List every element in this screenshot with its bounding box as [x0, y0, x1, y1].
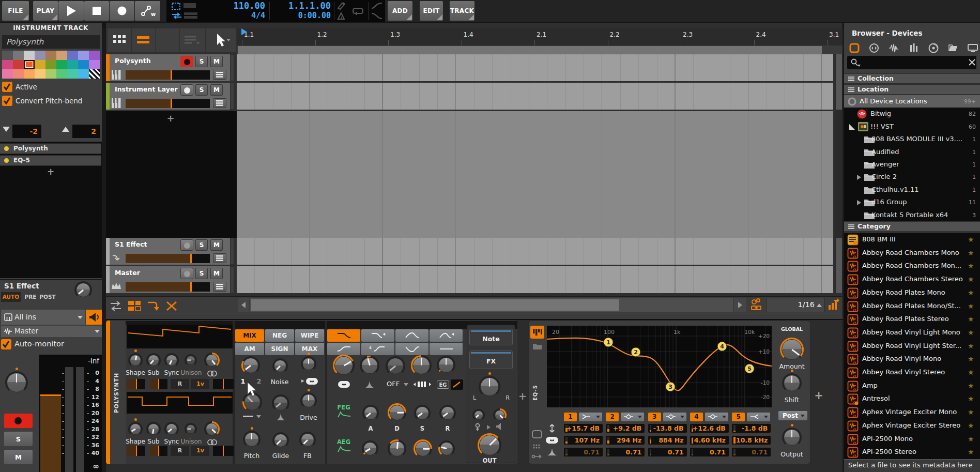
- active-checkbox[interactable]: [2, 82, 12, 92]
- palette-color-21[interactable]: [35, 69, 45, 79]
- arranger-row-0[interactable]: [237, 54, 833, 81]
- bend-up-arrow[interactable]: [62, 127, 69, 132]
- palette-color-12[interactable]: [35, 60, 45, 69]
- palette-color-16[interactable]: [78, 60, 89, 69]
- add-button[interactable]: ADD: [388, 1, 412, 21]
- pre-tab[interactable]: PRE: [23, 292, 38, 302]
- eq-band-1-q[interactable]: 0.71: [564, 448, 603, 456]
- mod-slash-button[interactable]: [451, 379, 463, 390]
- convert-pitch-bend-checkbox[interactable]: [2, 96, 12, 106]
- hscroll-thumb[interactable]: [251, 299, 619, 311]
- eq-band-5-q[interactable]: 0.71: [732, 448, 771, 456]
- palette-color-10[interactable]: [13, 60, 24, 69]
- eq-band-2-freq[interactable]: 294 Hz: [606, 436, 645, 445]
- osc1-sub-knob[interactable]: [146, 353, 161, 368]
- timeline-zoom-bar[interactable]: [238, 46, 822, 54]
- aeg-a-knob[interactable]: [362, 440, 378, 457]
- osc2-waveform-display[interactable]: [127, 392, 233, 414]
- eq-band-3-gain[interactable]: -13.8 dB: [648, 424, 687, 433]
- browser-device-row-10-star[interactable]: ★: [968, 368, 977, 377]
- browser-device-row-14-star[interactable]: ★: [968, 421, 977, 431]
- pedal-button[interactable]: w: [135, 1, 160, 21]
- loop-icon[interactable]: [350, 5, 366, 17]
- palette-color-20[interactable]: [24, 69, 35, 79]
- browser-device-row-15-star[interactable]: ★: [968, 435, 977, 444]
- osc1-shape-knob[interactable]: [128, 353, 143, 368]
- browser-device-row-11-star[interactable]: ★: [968, 382, 977, 391]
- auto-zoom-icon[interactable]: [827, 298, 841, 312]
- transport-record-button[interactable]: [110, 1, 134, 21]
- time-signature-display[interactable]: 4/4: [199, 11, 265, 20]
- browser-device-row-3-star[interactable]: ★: [968, 275, 977, 284]
- filter-type-r1c0[interactable]: [327, 343, 360, 355]
- palette-color-25[interactable]: [78, 69, 89, 79]
- track-menu-button[interactable]: [213, 70, 226, 80]
- cutoff-knob[interactable]: [333, 355, 355, 376]
- osc1-retrig-button[interactable]: R: [171, 379, 189, 389]
- s1-volume-knob[interactable]: [5, 371, 28, 394]
- browser-device-row-12-label[interactable]: Antresol: [862, 394, 963, 404]
- arranger-row-3[interactable]: [237, 266, 833, 293]
- palette-color-17[interactable]: [89, 60, 100, 69]
- filter-type-r0c0[interactable]: [327, 329, 360, 342]
- post-tab[interactable]: POST: [38, 292, 57, 302]
- palette-color-15[interactable]: [67, 60, 78, 69]
- browser-device-row-8-label[interactable]: Abbey Road Vinyl Light Ster...: [862, 342, 963, 351]
- osc2-keytrack-button[interactable]: 1v: [191, 446, 209, 456]
- eq-band-2-q[interactable]: 0.71: [606, 448, 645, 456]
- browser-search-box[interactable]: [847, 56, 976, 69]
- filter-mod-knob[interactable]: [386, 356, 405, 376]
- mix-mode-am[interactable]: AM: [235, 343, 264, 355]
- eq-band-1-gain[interactable]: +15.7 dB: [564, 424, 603, 433]
- position-display[interactable]: 1.1.1.00: [273, 1, 331, 11]
- add-device-button[interactable]: +: [47, 166, 54, 177]
- arranger-follow-icon[interactable]: [171, 12, 183, 19]
- eq-band-1-freq[interactable]: 107 Hz: [564, 436, 603, 445]
- palette-color-24[interactable]: [67, 69, 78, 79]
- osc1-spread-knob[interactable]: [204, 353, 220, 368]
- track-menu-button[interactable]: [213, 98, 226, 108]
- filter-type-r0c1[interactable]: 4: [361, 329, 394, 342]
- pointer-tool-icon[interactable]: [213, 33, 231, 47]
- arranger-row-1[interactable]: [237, 83, 833, 110]
- palette-color-4[interactable]: [45, 51, 56, 60]
- layout-toggle-icon[interactable]: [127, 300, 142, 312]
- mix-mode-neg[interactable]: NEG: [265, 329, 294, 342]
- browser-device-row-2-star[interactable]: ★: [968, 262, 977, 271]
- clip-launcher-view-icon[interactable]: [113, 35, 126, 44]
- link-grid-icon[interactable]: [749, 298, 764, 312]
- arranger-mid-zone[interactable]: [237, 111, 833, 238]
- filter-type-r0c2[interactable]: [395, 329, 428, 342]
- location-row-8-expander[interactable]: [857, 200, 861, 205]
- noise-level-knob[interactable]: [272, 358, 288, 374]
- browser-device-row-2-label[interactable]: Abbey Road Chambers Mon...: [862, 262, 963, 271]
- vel-knob[interactable]: [472, 409, 485, 421]
- eq5-preset-icon[interactable]: [532, 342, 542, 350]
- browser-device-row-13-star[interactable]: ★: [968, 408, 977, 417]
- browser-device-row-6-star[interactable]: ★: [968, 315, 977, 324]
- palette-color-22[interactable]: [45, 69, 56, 79]
- track-menu-button[interactable]: [213, 282, 226, 292]
- mix-mode-wipe[interactable]: WIPE: [295, 329, 324, 342]
- voice-pan-knob[interactable]: [479, 376, 500, 398]
- file-button[interactable]: FILE: [2, 1, 29, 21]
- osc1-unison-knob[interactable]: [185, 354, 197, 367]
- noise-mod-knob[interactable]: [272, 394, 289, 412]
- out-knob[interactable]: [478, 433, 501, 457]
- filter-keyboard-icon[interactable]: [414, 380, 431, 388]
- eq-post-select[interactable]: Post: [778, 411, 807, 420]
- search-clear-icon[interactable]: [969, 59, 975, 66]
- browser-device-row-0-star[interactable]: ★: [968, 235, 977, 245]
- browser-device-row-4-label[interactable]: Abbey Road Plates Mono: [862, 288, 963, 298]
- tempo-display[interactable]: 110.00: [199, 1, 265, 11]
- add-device-plus-1[interactable]: +: [518, 390, 527, 402]
- edit-button[interactable]: EDIT: [420, 1, 443, 21]
- s1-mute-button[interactable]: M: [4, 450, 33, 464]
- eq-band-4-q[interactable]: 0.71: [690, 448, 729, 456]
- browser-presets-icon[interactable]: [869, 43, 879, 53]
- browser-device-row-11-label[interactable]: Amp: [862, 382, 963, 391]
- osc1-keytrack-button[interactable]: 1v: [191, 379, 209, 389]
- browser-music-icon[interactable]: [928, 43, 939, 53]
- drive-knob[interactable]: [300, 392, 317, 409]
- polysynth-enable-stripe[interactable]: [106, 321, 110, 464]
